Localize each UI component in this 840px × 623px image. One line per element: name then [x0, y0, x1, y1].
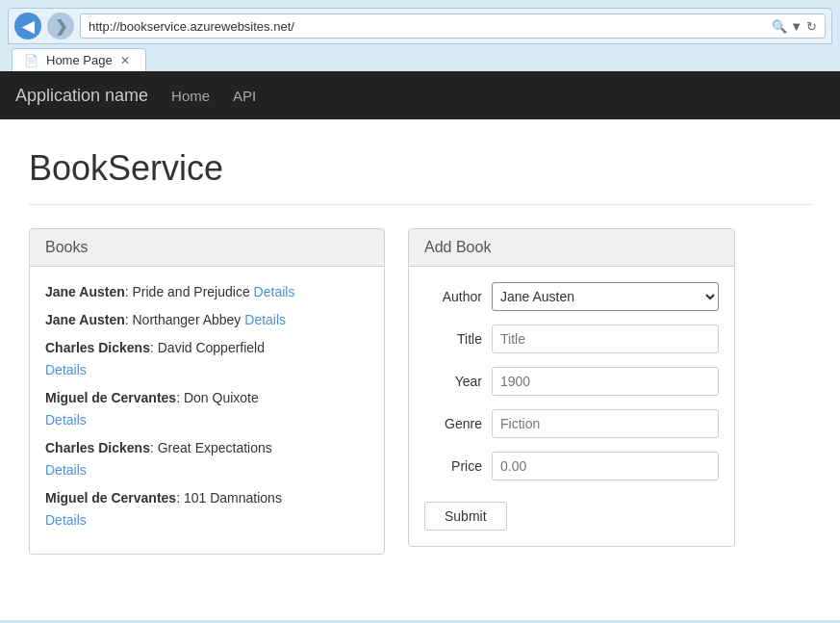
- year-input[interactable]: [492, 367, 719, 396]
- price-label: Price: [424, 458, 482, 474]
- books-panel: Books Jane Austen: Pride and Prejudice D…: [29, 228, 385, 555]
- genre-row: Genre: [424, 409, 719, 438]
- browser-chrome: ◀ ❯ http://bookservice.azurewebsites.net…: [0, 0, 840, 71]
- author-select[interactable]: Jane Austen Charles Dickens Miguel de Ce…: [492, 282, 719, 311]
- nav-api-link[interactable]: API: [233, 88, 256, 104]
- page-wrapper: Application name Home API BookService Bo…: [0, 71, 840, 620]
- active-tab[interactable]: 📄 Home Page ✕: [12, 48, 146, 71]
- year-label: Year: [424, 374, 482, 389]
- book-author: Jane Austen: [45, 312, 125, 327]
- refresh-icon: ↻: [806, 19, 817, 34]
- author-label: Author: [424, 289, 482, 304]
- books-panel-body: Jane Austen: Pride and Prejudice Details…: [30, 267, 384, 554]
- tab-close-button[interactable]: ✕: [120, 54, 130, 67]
- panels-row: Books Jane Austen: Pride and Prejudice D…: [29, 228, 811, 555]
- list-item: Jane Austen: Northanger Abbey Details: [45, 310, 369, 330]
- details-link-3[interactable]: Details: [45, 362, 87, 377]
- tab-bar: 📄 Home Page ✕: [8, 48, 832, 71]
- submit-row: Submit: [424, 494, 719, 531]
- browser-toolbar: ◀ ❯ http://bookservice.azurewebsites.net…: [8, 8, 832, 44]
- nav-home-link[interactable]: Home: [171, 88, 210, 104]
- books-panel-header: Books: [30, 229, 384, 267]
- book-author: Charles Dickens: [45, 440, 150, 455]
- add-book-panel-body: Author Jane Austen Charles Dickens Migue…: [409, 267, 734, 546]
- details-link-5[interactable]: Details: [45, 462, 87, 478]
- book-author: Miguel de Cervantes: [45, 490, 176, 506]
- tab-label: Home Page: [46, 53, 113, 67]
- list-item: Charles Dickens: David Copperfield Detai…: [45, 338, 369, 380]
- genre-input[interactable]: [492, 409, 719, 438]
- list-item: Miguel de Cervantes: Don Quixote Details: [45, 388, 369, 430]
- back-button[interactable]: ◀: [14, 13, 41, 39]
- price-row: Price: [424, 452, 719, 480]
- book-author: Charles Dickens: [45, 340, 150, 355]
- list-item: Miguel de Cervantes: 101 Damnations Deta…: [45, 488, 369, 531]
- genre-label: Genre: [424, 416, 482, 431]
- address-icons: 🔍 ▼ ↻: [772, 19, 817, 34]
- navbar-brand[interactable]: Application name: [15, 86, 148, 106]
- page-title: BookService: [29, 148, 811, 205]
- list-item: Jane Austen: Pride and Prejudice Details: [45, 282, 369, 302]
- book-author: Miguel de Cervantes: [45, 390, 176, 405]
- submit-button[interactable]: Submit: [424, 502, 507, 531]
- forward-button[interactable]: ❯: [47, 13, 74, 39]
- price-input[interactable]: [492, 452, 719, 480]
- details-link-1[interactable]: Details: [254, 284, 295, 299]
- year-row: Year: [424, 367, 719, 396]
- details-link-4[interactable]: Details: [45, 412, 87, 428]
- details-link-6[interactable]: Details: [45, 512, 87, 528]
- add-book-panel-header: Add Book: [409, 229, 734, 267]
- author-row: Author Jane Austen Charles Dickens Migue…: [424, 282, 719, 311]
- details-link-2[interactable]: Details: [244, 312, 286, 327]
- title-row: Title: [424, 324, 719, 353]
- add-book-panel: Add Book Author Jane Austen Charles Dick…: [408, 228, 735, 547]
- list-item: Charles Dickens: Great Expectations Deta…: [45, 438, 369, 480]
- main-content: BookService Books Jane Austen: Pride and…: [0, 119, 840, 584]
- title-label: Title: [424, 331, 482, 347]
- title-input[interactable]: [492, 324, 719, 353]
- tab-icon: 📄: [24, 54, 38, 67]
- navbar: Application name Home API: [0, 71, 840, 119]
- address-bar[interactable]: http://bookservice.azurewebsites.net/ 🔍 …: [80, 13, 826, 39]
- search-icon: 🔍 ▼: [772, 19, 802, 34]
- address-text: http://bookservice.azurewebsites.net/: [89, 19, 772, 34]
- book-author: Jane Austen: [45, 284, 125, 299]
